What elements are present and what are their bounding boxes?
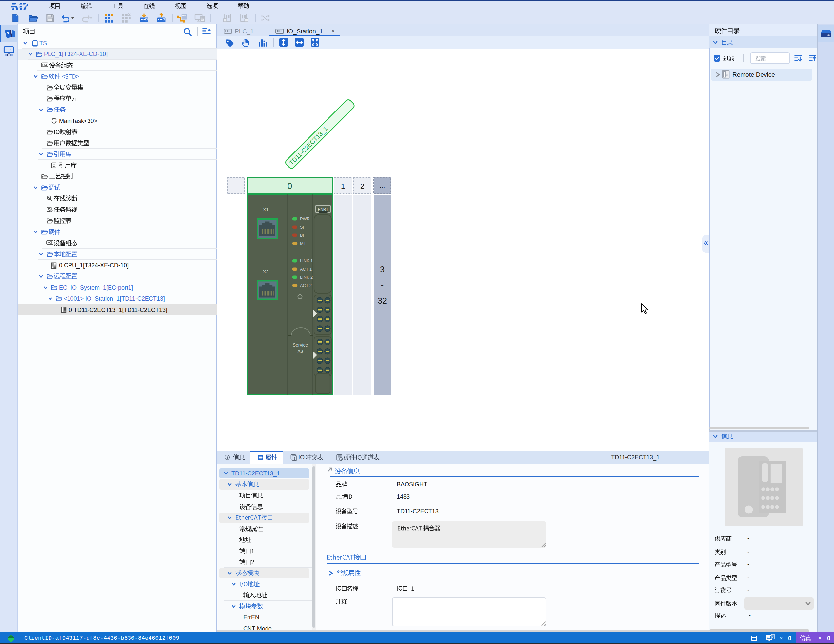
svg-text:X1: X1 xyxy=(263,207,268,212)
svg-text:LINK 2: LINK 2 xyxy=(300,275,313,280)
svg-text:Service: Service xyxy=(293,342,308,348)
svg-text:0: 0 xyxy=(288,181,292,191)
svg-text:3: 3 xyxy=(380,265,385,274)
svg-text:TD11-C2ECT13_1: TD11-C2ECT13_1 xyxy=(288,125,329,167)
svg-text:32: 32 xyxy=(378,296,387,305)
svg-text:X2: X2 xyxy=(263,269,268,275)
svg-text:1: 1 xyxy=(341,182,345,190)
svg-text:SF: SF xyxy=(300,225,305,230)
svg-text:PWR: PWR xyxy=(300,217,310,221)
svg-text:LINK 1: LINK 1 xyxy=(300,258,313,263)
svg-text:PNRT: PNRT xyxy=(318,207,328,211)
svg-text:-: - xyxy=(381,280,383,290)
svg-text:X3: X3 xyxy=(297,349,303,354)
svg-text:MT: MT xyxy=(300,241,306,246)
svg-text:2: 2 xyxy=(360,182,364,190)
svg-text:...: ... xyxy=(380,182,385,189)
svg-text:ACT 2: ACT 2 xyxy=(300,283,312,288)
svg-text:BF: BF xyxy=(300,233,305,238)
svg-text:ACT 1: ACT 1 xyxy=(300,267,312,272)
